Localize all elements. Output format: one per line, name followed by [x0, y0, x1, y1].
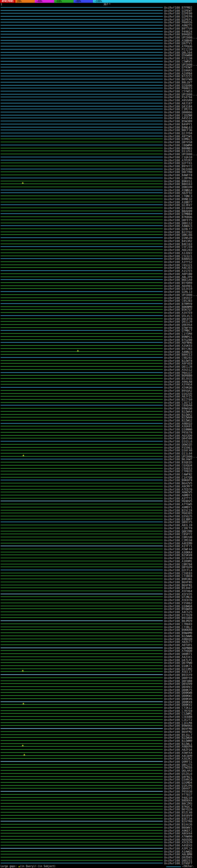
alignment-line[interactable] [1, 363, 163, 364]
alignment-line[interactable] [1, 414, 163, 415]
alignment-line[interactable] [1, 648, 163, 648]
alignment-line[interactable] [1, 645, 163, 645]
alignment-line[interactable] [1, 474, 163, 474]
alignment-line[interactable] [1, 118, 163, 118]
alignment-line[interactable] [1, 246, 163, 247]
alignment-line[interactable] [1, 441, 163, 441]
alignment-line[interactable] [1, 692, 163, 693]
alignment-line[interactable] [1, 830, 163, 831]
alignment-line[interactable] [1, 713, 163, 714]
alignment-line[interactable] [1, 73, 163, 73]
alignment-line[interactable] [1, 570, 163, 570]
alignment-line[interactable] [1, 252, 163, 253]
alignment-line[interactable] [1, 420, 163, 421]
alignment-line[interactable] [1, 636, 163, 636]
alignment-line[interactable] [1, 70, 163, 70]
alignment-line[interactable] [1, 582, 163, 582]
alignment-line[interactable] [1, 130, 163, 130]
alignment-line[interactable] [1, 417, 163, 417]
alignment-line[interactable] [1, 752, 163, 753]
alignment-line[interactable] [1, 845, 163, 845]
alignment-line[interactable] [1, 462, 163, 463]
alignment-line[interactable] [1, 43, 163, 43]
alignment-line[interactable] [1, 429, 163, 430]
alignment-line[interactable] [1, 728, 163, 729]
alignment-line[interactable] [1, 821, 163, 822]
alignment-line[interactable] [1, 192, 163, 193]
alignment-line[interactable] [1, 109, 163, 109]
alignment-line[interactable] [1, 426, 163, 427]
alignment-line[interactable] [1, 671, 163, 672]
alignment-line[interactable] [1, 471, 163, 471]
alignment-line[interactable] [1, 19, 163, 20]
alignment-line[interactable] [1, 695, 163, 696]
alignment-line[interactable] [1, 498, 163, 498]
alignment-line[interactable] [1, 617, 163, 618]
alignment-line[interactable] [1, 776, 163, 777]
alignment-line[interactable] [1, 303, 163, 304]
alignment-line[interactable] [1, 719, 163, 720]
alignment-line[interactable] [1, 390, 163, 391]
alignment-line[interactable] [1, 22, 163, 23]
alignment-line[interactable] [1, 806, 163, 807]
alignment-line[interactable] [1, 623, 163, 624]
alignment-line[interactable] [1, 585, 163, 585]
alignment-line[interactable] [1, 91, 163, 91]
alignment-line[interactable] [1, 782, 163, 783]
alignment-line[interactable] [1, 288, 163, 289]
alignment-line[interactable] [1, 348, 163, 349]
alignment-line[interactable] [1, 49, 163, 50]
alignment-line[interactable] [1, 504, 163, 504]
alignment-line[interactable] [1, 797, 163, 798]
alignment-line[interactable] [1, 453, 163, 454]
alignment-line[interactable] [1, 555, 163, 555]
alignment-line[interactable] [1, 82, 163, 83]
alignment-line[interactable] [1, 238, 163, 238]
alignment-line[interactable] [1, 501, 163, 501]
alignment-line[interactable] [1, 435, 163, 436]
alignment-line[interactable] [1, 211, 163, 211]
alignment-line[interactable] [1, 97, 163, 97]
alignment-line[interactable] [1, 25, 163, 26]
alignment-line[interactable] [1, 234, 163, 235]
alignment-line[interactable] [1, 324, 163, 325]
alignment-line[interactable] [1, 737, 163, 738]
alignment-line[interactable] [1, 166, 163, 166]
alignment-line[interactable] [1, 228, 163, 229]
alignment-line[interactable] [1, 321, 163, 322]
alignment-line[interactable] [1, 381, 163, 382]
alignment-line[interactable] [1, 549, 163, 549]
alignment-line[interactable] [1, 450, 163, 451]
alignment-line[interactable] [1, 195, 163, 196]
alignment-line[interactable] [1, 184, 163, 184]
alignment-line[interactable] [1, 277, 163, 277]
alignment-line[interactable] [1, 707, 163, 708]
alignment-line[interactable] [1, 148, 163, 148]
alignment-line[interactable] [1, 46, 163, 46]
alignment-line[interactable] [1, 31, 163, 32]
alignment-line[interactable] [1, 444, 163, 445]
alignment-line[interactable] [1, 94, 163, 95]
alignment-line[interactable] [1, 103, 163, 103]
alignment-line[interactable] [1, 366, 163, 367]
alignment-line[interactable] [1, 136, 163, 136]
alignment-line[interactable] [1, 67, 163, 67]
alignment-line[interactable] [1, 330, 163, 331]
alignment-line[interactable] [1, 531, 163, 531]
alignment-line[interactable] [1, 725, 163, 726]
alignment-line[interactable] [1, 225, 163, 226]
alignment-line[interactable] [1, 336, 163, 337]
alignment-line[interactable] [1, 596, 163, 597]
alignment-line[interactable] [1, 656, 163, 657]
alignment-line[interactable] [1, 812, 163, 813]
alignment-line[interactable] [1, 579, 163, 579]
alignment-line[interactable] [1, 190, 163, 190]
alignment-line[interactable] [1, 665, 163, 666]
alignment-line[interactable] [1, 265, 163, 265]
alignment-line[interactable] [1, 543, 163, 544]
alignment-line[interactable] [1, 291, 163, 292]
alignment-line[interactable] [1, 267, 163, 268]
alignment-line[interactable] [1, 181, 163, 181]
alignment-line[interactable] [1, 761, 163, 762]
alignment-line[interactable] [1, 552, 163, 552]
